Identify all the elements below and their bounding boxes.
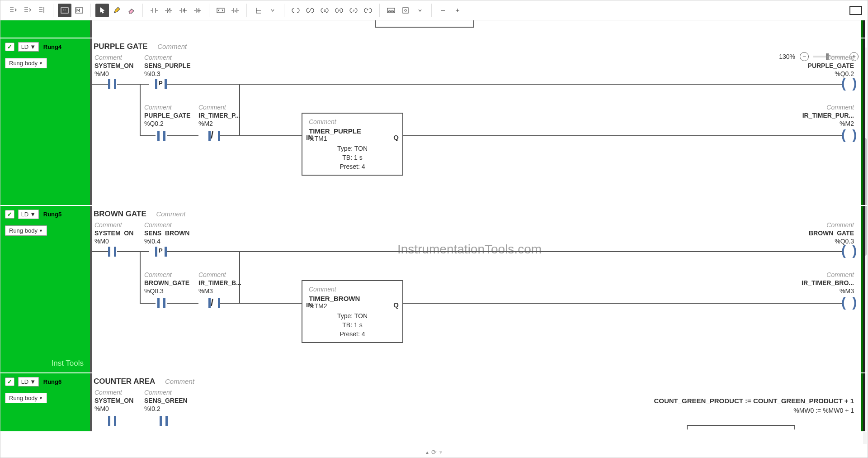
insert-after-button[interactable] xyxy=(20,4,34,17)
pointer-button[interactable] xyxy=(95,4,109,17)
timer-tb: TB: 1 s xyxy=(309,321,396,329)
contact-no-icon[interactable] xyxy=(106,246,118,258)
rung4-check[interactable]: ✓ xyxy=(5,43,14,51)
ladder-canvas[interactable]: ✓ LD▼ Rung4 Rung body▼ PURPLE GATE Comme… xyxy=(0,20,868,458)
contact-n-button[interactable]: N xyxy=(191,4,204,17)
contact-nc-icon[interactable]: / xyxy=(208,297,221,309)
rung6-check[interactable]: ✓ xyxy=(5,377,14,386)
timer-preset: Preset: 4 xyxy=(309,163,396,170)
coil-icon[interactable]: ( ) xyxy=(841,243,859,257)
contact2-addr: %I0.4 xyxy=(144,238,160,245)
comment-label: Comment xyxy=(826,221,854,229)
fb-drop-button[interactable] xyxy=(413,4,427,17)
contact-no-icon[interactable] xyxy=(106,78,118,90)
rung6-body-selector[interactable]: Rung body▼ xyxy=(5,393,47,403)
rung4-comment[interactable]: Comment xyxy=(157,43,187,50)
rung5-sidebar: ✓ LD▼ Rung5 Rung body▼ Inst Tools xyxy=(0,206,90,372)
branch-open-button[interactable] xyxy=(251,4,265,17)
insert-before-button[interactable] xyxy=(6,4,19,17)
label-block-button[interactable] xyxy=(72,4,86,17)
toolbar-group-coil: S R # * xyxy=(289,4,380,17)
contact-no-icon[interactable] xyxy=(156,297,167,309)
out1-name: BROWN_GATE xyxy=(809,229,854,237)
minus-button[interactable] xyxy=(436,4,450,17)
coil-icon[interactable]: ( ) xyxy=(841,76,859,89)
rung4-name: Rung4 xyxy=(43,43,61,50)
rung6-title: COUNTER AREA xyxy=(90,377,155,386)
compare-button[interactable] xyxy=(214,4,227,17)
timer-block[interactable]: IN Q Comment TIMER_BROWN %TM2 Type: TON … xyxy=(302,280,403,343)
comment-label: Comment xyxy=(309,286,396,293)
toolbar-group-compare: X xyxy=(214,4,247,17)
collapse-down-icon[interactable]: ▼ xyxy=(439,450,443,455)
contact-nc-icon[interactable]: / xyxy=(208,130,221,142)
comment-label: Comment xyxy=(826,54,854,61)
comment-label: Comment xyxy=(144,271,172,278)
contact-no-icon[interactable] xyxy=(158,415,170,427)
rung4-body-selector[interactable]: Rung body▼ xyxy=(5,58,47,68)
rung6-ld-selector[interactable]: LD▼ xyxy=(18,377,39,386)
block-bottom-edge xyxy=(375,20,474,28)
timer-block[interactable]: IN Q Comment TIMER_PURPLE %TM1 Type: TON… xyxy=(302,113,403,176)
refresh-icon[interactable]: ⟳ xyxy=(431,448,437,456)
out2-name: IR_TIMER_BRO... xyxy=(802,279,854,286)
svg-text:*: * xyxy=(367,8,368,13)
coil-open-button[interactable] xyxy=(289,4,302,17)
op-addr: %MW0 := %MW0 + 1 xyxy=(793,407,854,414)
toolbar-group-contact: P N xyxy=(147,4,209,17)
svg-text:#: # xyxy=(353,9,355,13)
contact1-name: SYSTEM_ON xyxy=(94,62,133,69)
coil-reset-button[interactable]: R xyxy=(332,4,346,17)
rung6-comment[interactable]: Comment xyxy=(165,377,194,385)
contact-p-icon[interactable]: P xyxy=(154,78,168,90)
func-block-button[interactable] xyxy=(399,4,412,17)
contact2-name: SENS_BROWN xyxy=(144,229,189,237)
plus-button[interactable] xyxy=(451,4,464,17)
toolbar: P N X S R # * xyxy=(0,0,868,20)
rung4-ld-selector[interactable]: LD▼ xyxy=(18,42,39,52)
contact4-addr: %M2 xyxy=(198,120,213,127)
rung-4: ✓ LD▼ Rung4 Rung body▼ PURPLE GATE Comme… xyxy=(0,38,868,206)
coil-star-button[interactable]: * xyxy=(361,4,375,17)
coil-set-button[interactable]: S xyxy=(318,4,331,17)
rung6-body: COUNTER AREA Comment Comment SYSTEM_ON %… xyxy=(90,373,868,431)
comment-label: Comment xyxy=(309,118,396,125)
out1-name: PURPLE_GATE xyxy=(808,62,854,69)
contact-nc-button[interactable] xyxy=(162,4,175,17)
toolbar-group-fb xyxy=(384,4,432,17)
rung5-check[interactable]: ✓ xyxy=(5,210,14,219)
contact-p-icon[interactable]: P xyxy=(154,246,168,258)
eraser-button[interactable] xyxy=(124,4,138,17)
maximize-icon[interactable] xyxy=(849,6,862,15)
collapse-up-icon[interactable]: ▲ xyxy=(425,450,429,455)
contact2-addr: %I0.3 xyxy=(144,70,160,77)
branch-drop-button[interactable] xyxy=(266,4,279,17)
toolbar-group-branch xyxy=(251,4,284,17)
contact-no-icon[interactable] xyxy=(156,130,167,142)
rung5-comment[interactable]: Comment xyxy=(156,210,185,218)
coil-icon[interactable]: ( ) xyxy=(841,127,859,141)
coil-hash-button[interactable]: # xyxy=(347,4,360,17)
pencil-button[interactable] xyxy=(110,4,123,17)
svg-point-12 xyxy=(391,10,392,12)
operate-block-button[interactable] xyxy=(384,4,398,17)
contact3-addr: %Q0.3 xyxy=(144,287,164,295)
coil-icon[interactable]: ( ) xyxy=(841,295,859,308)
contact-no-button[interactable] xyxy=(147,4,161,17)
coil-nc-button[interactable] xyxy=(303,4,317,17)
insert-branch-button[interactable] xyxy=(35,4,48,17)
contact-no-icon[interactable] xyxy=(106,415,118,427)
svg-text:R: R xyxy=(338,9,341,13)
svg-text:P: P xyxy=(183,9,185,13)
timer-type: Type: TON xyxy=(309,312,396,320)
rung5-ld-selector[interactable]: LD▼ xyxy=(18,210,39,219)
rung5-title: BROWN GATE xyxy=(90,210,146,219)
compare-xor-button[interactable]: X xyxy=(228,4,242,17)
comment-label: Comment xyxy=(144,389,172,396)
toolbar-group-block xyxy=(58,4,91,17)
rung5-body-selector[interactable]: Rung body▼ xyxy=(5,225,47,236)
rung4-sidebar: ✓ LD▼ Rung4 Rung body▼ xyxy=(0,38,90,205)
svg-point-15 xyxy=(405,10,406,11)
contact-p-button[interactable]: P xyxy=(176,4,190,17)
comment-block-button[interactable] xyxy=(58,4,71,17)
